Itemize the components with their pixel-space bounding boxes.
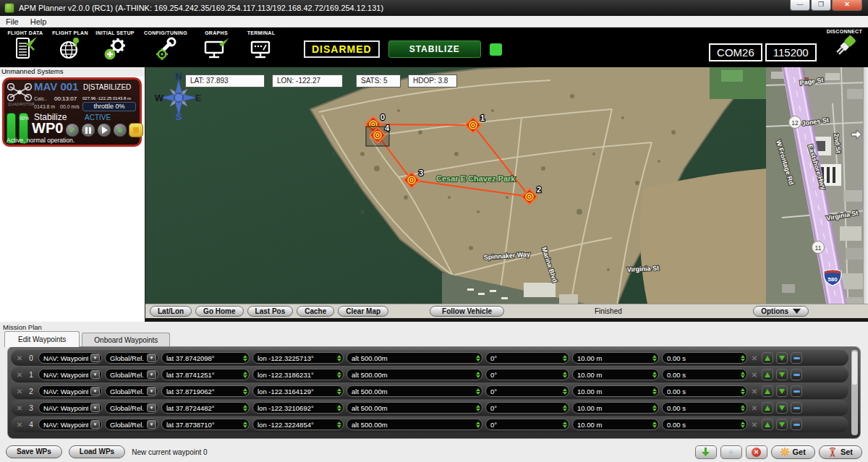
move-waypoint-down-button[interactable] xyxy=(776,402,788,414)
spin-down-icon[interactable] xyxy=(741,359,745,362)
spinner-arrows-icon[interactable] xyxy=(741,405,745,411)
spin-up-icon[interactable] xyxy=(243,422,247,424)
spin-down-icon[interactable] xyxy=(243,375,247,378)
spin-down-icon[interactable] xyxy=(243,408,247,411)
spin-down-icon[interactable] xyxy=(741,392,745,395)
param2-spinner[interactable]: 10.00 m xyxy=(572,369,659,380)
longitude-spinner[interactable]: lon -122.3224854° xyxy=(252,419,344,430)
spin-up-icon[interactable] xyxy=(476,405,480,408)
spin-up-icon[interactable] xyxy=(741,388,745,391)
dropdown-arrow-icon[interactable]: ▼ xyxy=(147,403,156,412)
remove-waypoint-button[interactable] xyxy=(791,402,802,414)
stop-button[interactable] xyxy=(129,123,143,137)
spin-down-icon[interactable] xyxy=(243,392,247,395)
latlon-button[interactable]: Lat/Lon xyxy=(150,306,192,317)
command-select[interactable]: NAV: Waypoint▼ xyxy=(38,419,102,430)
close-button[interactable]: ✕ xyxy=(832,0,862,11)
param1-spinner[interactable]: 0° xyxy=(485,352,569,364)
spin-up-icon[interactable] xyxy=(337,388,341,391)
delete-waypoint-icon[interactable]: ✕ xyxy=(15,388,24,395)
spin-up-icon[interactable] xyxy=(337,422,341,424)
frame-select[interactable]: Global/Rel. Al▼ xyxy=(105,419,158,430)
follow-vehicle-button[interactable]: Follow Vehicle xyxy=(430,306,504,317)
altitude-spinner[interactable]: alt 500.00m xyxy=(346,385,482,397)
spin-up-icon[interactable] xyxy=(337,372,341,375)
map-view[interactable]: 01234 Cesar E Chavez Park Spinnaker Way … xyxy=(145,67,868,322)
spinner-arrows-icon[interactable] xyxy=(563,372,567,378)
spin-up-icon[interactable] xyxy=(243,372,247,375)
param3-spinner[interactable]: 0.00 s xyxy=(662,385,747,397)
spin-down-icon[interactable] xyxy=(337,425,341,428)
mav-info-card[interactable]: QUADROTOR MAV 001 D|STABILIZED Calc.. 00… xyxy=(2,77,142,147)
spinner-arrows-icon[interactable] xyxy=(563,355,567,362)
command-select[interactable]: NAV: Waypoint▼ xyxy=(38,352,102,364)
spin-down-icon[interactable] xyxy=(563,375,567,378)
spin-up-icon[interactable] xyxy=(243,388,247,391)
play-button[interactable] xyxy=(97,123,111,137)
spin-up-icon[interactable] xyxy=(652,422,657,424)
disconnect-button[interactable]: DISCONNECT xyxy=(827,29,862,66)
remove-row-icon[interactable]: ✕ xyxy=(750,388,759,395)
remove-waypoint-button[interactable] xyxy=(791,352,802,364)
load-wps-button[interactable]: Load WPs xyxy=(69,445,125,458)
tab-config-tuning[interactable]: CONFIG/TUNING xyxy=(137,29,194,64)
spinner-arrows-icon[interactable] xyxy=(337,405,341,411)
spin-up-icon[interactable] xyxy=(741,405,745,408)
cache-button[interactable]: Cache xyxy=(297,306,334,317)
latitude-spinner[interactable]: lat 37.8719062° xyxy=(161,385,250,397)
spin-down-icon[interactable] xyxy=(476,392,480,395)
dropdown-arrow-icon[interactable]: ▼ xyxy=(147,354,156,362)
spin-down-icon[interactable] xyxy=(741,375,745,378)
move-waypoint-up-button[interactable] xyxy=(762,369,773,380)
spinner-arrows-icon[interactable] xyxy=(476,388,480,395)
tab-terminal[interactable]: TERMINAL xyxy=(239,29,284,64)
spinner-arrows-icon[interactable] xyxy=(741,422,745,428)
move-waypoint-down-button[interactable] xyxy=(776,385,788,397)
spin-down-icon[interactable] xyxy=(741,425,745,428)
altitude-spinner[interactable]: alt 500.00m xyxy=(346,402,482,414)
longitude-spinner[interactable]: lon -122.3210692° xyxy=(252,402,344,414)
altitude-spinner[interactable]: alt 500.00m xyxy=(346,352,482,364)
spin-up-icon[interactable] xyxy=(243,405,247,408)
spinner-arrows-icon[interactable] xyxy=(563,405,567,411)
spin-up-icon[interactable] xyxy=(741,355,745,358)
spinner-arrows-icon[interactable] xyxy=(652,422,657,428)
table-scrollbar[interactable] xyxy=(851,350,858,435)
spinner-arrows-icon[interactable] xyxy=(652,405,657,411)
flight-mode-button[interactable]: STABILIZE xyxy=(388,40,481,58)
frame-select[interactable]: Global/Rel. Al▼ xyxy=(105,402,158,414)
latitude-spinner[interactable]: lat 37.8738710° xyxy=(161,419,250,430)
spin-down-icon[interactable] xyxy=(563,408,567,411)
confirm-button[interactable]: ✓ xyxy=(65,123,80,137)
spin-down-icon[interactable] xyxy=(563,392,567,395)
spin-down-icon[interactable] xyxy=(243,425,247,428)
spin-down-icon[interactable] xyxy=(337,392,341,395)
remove-waypoint-button[interactable] xyxy=(791,369,802,380)
spin-up-icon[interactable] xyxy=(337,355,341,358)
map-scroll-strip[interactable] xyxy=(863,67,868,322)
com-port-selector[interactable]: COM26 xyxy=(709,43,762,61)
latitude-spinner[interactable]: lat 37.8742098° xyxy=(161,352,250,364)
spin-down-icon[interactable] xyxy=(652,408,657,411)
armed-status[interactable]: DISARMED xyxy=(304,40,380,58)
tab-onboard-waypoints[interactable]: Onboard Waypoints xyxy=(82,333,170,347)
move-waypoint-down-button[interactable] xyxy=(776,419,788,430)
spin-up-icon[interactable] xyxy=(476,372,480,375)
spinner-arrows-icon[interactable] xyxy=(243,372,247,378)
spinner-arrows-icon[interactable] xyxy=(563,388,567,395)
menu-help[interactable]: Help xyxy=(30,17,47,26)
spinner-arrows-icon[interactable] xyxy=(476,422,480,428)
frame-select[interactable]: Global/Rel. Al▼ xyxy=(105,369,158,380)
spinner-arrows-icon[interactable] xyxy=(243,405,247,411)
altitude-spinner[interactable]: alt 500.00m xyxy=(346,369,482,380)
spin-down-icon[interactable] xyxy=(243,359,247,362)
param2-spinner[interactable]: 10.00 m xyxy=(572,419,659,430)
command-select[interactable]: NAV: Waypoint▼ xyxy=(38,402,102,414)
latitude-spinner[interactable]: lat 37.8724482° xyxy=(161,402,250,414)
dropdown-arrow-icon[interactable]: ▼ xyxy=(90,354,100,362)
move-waypoint-up-button[interactable] xyxy=(762,352,773,364)
dropdown-arrow-icon[interactable]: ▼ xyxy=(90,387,100,395)
spin-up-icon[interactable] xyxy=(243,355,247,358)
last-pos-button[interactable]: Last Pos xyxy=(247,306,294,317)
dropdown-arrow-icon[interactable]: ▼ xyxy=(147,420,156,429)
